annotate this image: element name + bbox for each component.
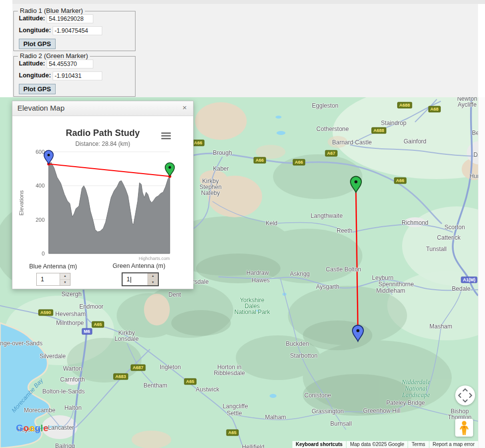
radio1-lng-row: Longitude: -1.90475454 [19, 26, 135, 35]
green-antenna-input[interactable]: 1 ▲ ▼ [122, 272, 159, 286]
google-logo[interactable]: Google [16, 423, 48, 434]
blue-antenna-up-icon[interactable]: ▲ [60, 273, 70, 280]
dialog-title: Elevation Map [17, 104, 65, 112]
google-logo-letter: o [29, 423, 35, 433]
radio1-plot-gps-button[interactable]: Plot GPS [19, 39, 56, 49]
radio1-fieldset: Radio 1 (Blue Marker) Latitude: 54.19629… [13, 11, 136, 51]
radio1-lat-input[interactable]: 54.19629028 [47, 14, 93, 23]
pan-arrows-icon [455, 385, 475, 405]
radio2-lat-input[interactable]: 54.455370 [47, 60, 93, 68]
green-antenna-value[interactable]: 1 [123, 273, 147, 285]
attribution-terms[interactable]: Terms [408, 441, 428, 448]
pan-control[interactable] [455, 385, 475, 405]
chart-title: Radio Path Study [66, 128, 139, 138]
attribution-keyboard-shortcuts[interactable]: Keyboard shortcuts [292, 441, 346, 448]
google-logo-letter: e [43, 423, 49, 433]
elevation-chart: 0200400600Radio Path StudyDistance: 28.8… [12, 116, 193, 265]
elevation-dialog: Elevation Map × 0200400600Radio Path Stu… [12, 101, 194, 289]
y-tick-label: 400 [36, 183, 45, 189]
map-attribution-bar: Keyboard shortcutsMap data ©2025 GoogleT… [292, 441, 478, 448]
radio1-lng-label: Longitude: [19, 27, 51, 34]
blue-antenna-input[interactable]: 1 ▲ ▼ [36, 273, 70, 286]
google-logo-letter: o [23, 423, 29, 433]
dialog-titlebar[interactable]: Elevation Map × [12, 101, 193, 116]
radio2-lat-row: Latitude: 54.455370 [19, 60, 135, 68]
radio2-fieldset: Radio 2 (Green Marker) Latitude: 54.4553… [13, 56, 136, 97]
radio2-lng-label: Longitude: [19, 72, 51, 79]
app-window: Radio 1 (Blue Marker) Latitude: 54.19629… [0, 0, 485, 448]
blue-antenna-label: Blue Antenna (m) [29, 263, 77, 270]
attribution-report-a-map-error[interactable]: Report a map error [429, 441, 478, 448]
text-caret [131, 277, 131, 283]
green-antenna-up-icon[interactable]: ▲ [148, 273, 158, 280]
green-chart-marker[interactable] [165, 163, 175, 177]
radio2-legend: Radio 2 (Green Marker) [18, 52, 90, 60]
radio1-lat-label: Latitude: [19, 15, 45, 22]
y-tick-label: 0 [42, 251, 45, 256]
green-antenna-down-icon[interactable]: ▼ [148, 280, 158, 286]
attribution-map-data-google: Map data ©2025 Google [346, 441, 408, 448]
chart-menu-button[interactable] [161, 132, 171, 139]
radio2-lng-row: Longitude: -1.910431 [19, 71, 135, 80]
y-tick-label: 600 [36, 149, 45, 155]
blue-antenna-value[interactable]: 1 [37, 273, 60, 285]
y-tick-label: 200 [36, 217, 45, 223]
dialog-close-icon[interactable]: × [180, 103, 189, 112]
elevation-area-series [49, 162, 170, 254]
green-antenna-label: Green Antenna (m) [113, 262, 165, 269]
y-axis-label: Elevations [18, 190, 24, 215]
pegman-control[interactable] [455, 419, 473, 437]
green-antenna-spinner: ▲ ▼ [147, 273, 158, 285]
top-strip [12, 0, 485, 4]
blue-chart-marker[interactable] [44, 150, 54, 164]
scroll-gutter[interactable] [478, 97, 485, 448]
google-logo-letter: G [16, 423, 23, 433]
radio2-lng-input[interactable]: -1.910431 [53, 71, 102, 80]
chart-credits[interactable]: Highcharts.com [139, 256, 170, 261]
radio2-lat-label: Latitude: [19, 60, 45, 67]
radio1-lng-input[interactable]: -1.90475454 [53, 26, 102, 35]
line-of-sight-series [49, 164, 170, 177]
google-logo-letter: g [35, 423, 41, 433]
blue-antenna-down-icon[interactable]: ▼ [60, 280, 70, 286]
radio1-lat-row: Latitude: 54.19629028 [19, 14, 135, 23]
blue-antenna-spinner: ▲ ▼ [60, 273, 70, 285]
radio1-legend: Radio 1 (Blue Marker) [18, 7, 85, 14]
radio2-plot-gps-button[interactable]: Plot GPS [19, 84, 56, 94]
chart-subtitle: Distance: 28.84 (km) [75, 140, 131, 147]
pegman-icon [455, 419, 473, 437]
